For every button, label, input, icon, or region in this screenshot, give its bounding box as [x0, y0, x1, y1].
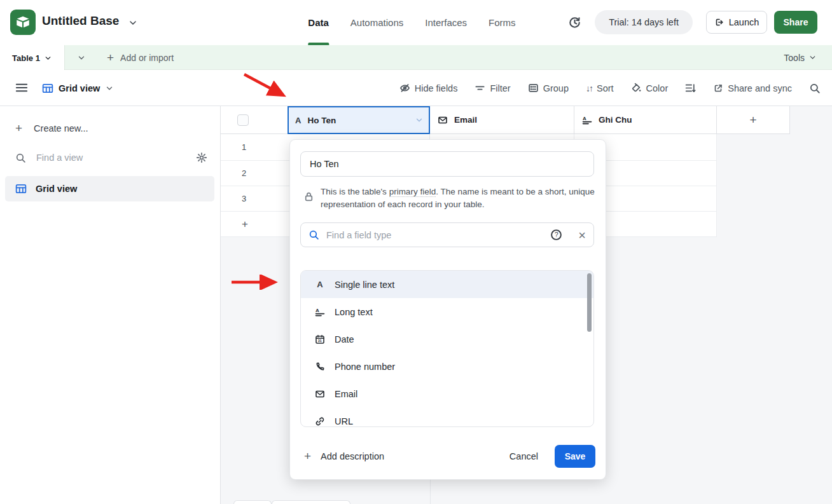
- cancel-button[interactable]: Cancel: [510, 451, 538, 461]
- sidebar-item-grid-view[interactable]: Grid view: [5, 176, 214, 201]
- select-all-checkbox[interactable]: [237, 114, 249, 126]
- plus-icon: +: [749, 113, 756, 127]
- app-nav-tabs: Data Automations Interfaces Forms: [308, 0, 515, 45]
- eye-off-icon: [399, 83, 410, 93]
- view-switcher[interactable]: Grid view: [42, 70, 114, 106]
- row-number[interactable]: 3: [221, 186, 288, 212]
- field-dropdown-chevron-icon[interactable]: [415, 116, 424, 125]
- create-new-button[interactable]: + Create new...: [15, 119, 88, 137]
- field-type-single-line-text[interactable]: A Single line text: [301, 271, 593, 298]
- field-type-list: A Single line text A Long text 31 Date P…: [300, 270, 594, 427]
- group-button[interactable]: Group: [528, 83, 569, 93]
- svg-text:31: 31: [318, 339, 322, 343]
- add-description-button[interactable]: + Add description: [304, 449, 384, 463]
- record-count-bar: [272, 500, 350, 504]
- row-height-icon: [685, 83, 696, 93]
- plus-icon: +: [242, 218, 248, 231]
- filter-button[interactable]: Filter: [475, 83, 510, 93]
- list-scrollbar[interactable]: [587, 273, 592, 332]
- close-icon[interactable]: ×: [578, 229, 586, 242]
- paint-bucket-icon: [631, 83, 642, 93]
- svg-text:A: A: [315, 307, 319, 313]
- view-chevron-icon: [105, 84, 114, 93]
- field-type-url[interactable]: URL: [301, 407, 593, 427]
- find-view-input[interactable]: [36, 153, 186, 163]
- add-row-button[interactable]: +: [221, 212, 288, 237]
- link-icon: [315, 416, 325, 426]
- primary-field-link[interactable]: primary field: [389, 187, 436, 197]
- plus-icon: +: [107, 51, 114, 65]
- save-button[interactable]: Save: [555, 445, 595, 468]
- view-toolbar: Grid view Hide fields Filter Group ↓↑ So…: [0, 70, 832, 106]
- row-number[interactable]: 2: [221, 161, 288, 186]
- gear-icon[interactable]: [196, 152, 207, 163]
- long-text-icon: A: [582, 115, 592, 125]
- search-icon: [15, 153, 26, 163]
- row-number[interactable]: 1: [221, 134, 288, 161]
- group-icon: [528, 83, 539, 93]
- share-and-sync-button[interactable]: Share and sync: [713, 83, 792, 93]
- tools-chevron-icon: [808, 53, 817, 62]
- table-tab-chevron-icon: [44, 54, 52, 62]
- field-header-ghi-chu[interactable]: A Ghi Chu: [574, 106, 717, 134]
- field-type-long-text[interactable]: A Long text: [301, 298, 593, 325]
- find-view-search: [15, 148, 207, 167]
- view-sidebar-toggle-icon[interactable]: [15, 81, 28, 94]
- field-editor-popup: This is the table's primary field. The n…: [289, 139, 606, 480]
- long-text-icon: A: [315, 307, 325, 317]
- add-record-bar[interactable]: [233, 500, 272, 504]
- share-button[interactable]: Share: [774, 11, 817, 34]
- tab-data[interactable]: Data: [308, 0, 329, 45]
- airtable-logo-icon[interactable]: [10, 10, 36, 35]
- add-field-button[interactable]: +: [717, 106, 790, 134]
- color-button[interactable]: Color: [631, 83, 669, 93]
- tab-automations[interactable]: Automations: [350, 0, 403, 45]
- field-header-ho-ten[interactable]: A Ho Ten: [288, 106, 430, 134]
- field-type-search-input[interactable]: [326, 230, 543, 240]
- launch-button[interactable]: Launch: [706, 11, 767, 34]
- single-line-text-icon: A: [295, 116, 301, 125]
- base-title[interactable]: Untitled Base: [42, 14, 119, 28]
- single-line-text-icon: A: [315, 280, 325, 289]
- search-button[interactable]: [809, 83, 821, 94]
- field-type-phone-number[interactable]: Phone number: [301, 353, 593, 380]
- view-name: Grid view: [59, 83, 100, 93]
- field-type-date[interactable]: 31 Date: [301, 325, 593, 353]
- primary-field-note: This is the table's primary field. The n…: [321, 186, 595, 211]
- table-list-chevron-icon[interactable]: [72, 45, 91, 70]
- external-link-icon: [713, 83, 723, 93]
- tab-interfaces[interactable]: Interfaces: [425, 0, 467, 45]
- grid-view-icon: [15, 183, 27, 194]
- history-icon[interactable]: [568, 16, 581, 29]
- tools-menu[interactable]: Tools: [784, 45, 817, 70]
- field-name-input[interactable]: [300, 151, 594, 177]
- airtable-app: Untitled Base Data Automations Interface…: [0, 0, 832, 504]
- select-all-header-cell: [221, 106, 288, 134]
- field-header-email[interactable]: Email: [430, 106, 574, 134]
- field-type-email[interactable]: Email: [301, 380, 593, 407]
- search-icon: [809, 83, 821, 94]
- add-or-import-button[interactable]: + Add or import: [107, 45, 174, 70]
- table-tab-table1[interactable]: Table 1: [0, 45, 64, 71]
- views-sidebar: + Create new... Grid view: [0, 106, 221, 504]
- trial-badge[interactable]: Trial: 14 days left: [595, 10, 693, 34]
- search-icon: [309, 229, 319, 240]
- tab-forms[interactable]: Forms: [489, 0, 516, 45]
- field-editor-footer: + Add description Cancel Save: [300, 445, 595, 468]
- toolbar-actions: Hide fields Filter Group ↓↑ Sort Color: [399, 70, 821, 106]
- svg-text:A: A: [583, 115, 586, 121]
- top-bar: Untitled Base Data Automations Interface…: [0, 0, 832, 45]
- filter-icon: [475, 83, 485, 93]
- base-title-chevron-icon[interactable]: [128, 18, 138, 28]
- sort-button[interactable]: ↓↑ Sort: [586, 83, 614, 93]
- hide-fields-button[interactable]: Hide fields: [399, 83, 458, 93]
- plus-icon: +: [304, 449, 311, 463]
- plus-icon: +: [15, 121, 22, 135]
- table-tabs-bar: Table 1 + Add or import Tools: [0, 45, 832, 70]
- calendar-icon: 31: [315, 334, 325, 344]
- phone-icon: [315, 362, 325, 372]
- help-icon[interactable]: ?: [550, 229, 562, 241]
- email-icon: [438, 115, 448, 125]
- row-height-button[interactable]: [685, 83, 696, 93]
- lock-icon: [303, 191, 314, 202]
